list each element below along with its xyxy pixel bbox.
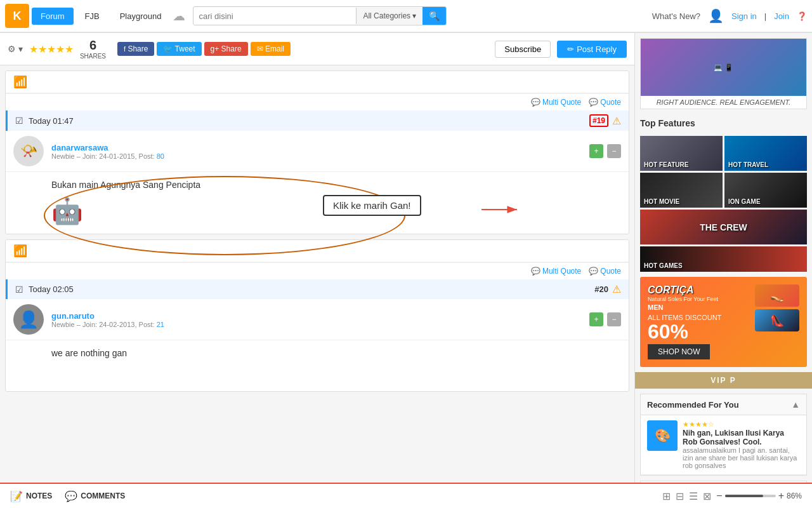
quote-btn-top[interactable]: 💬 Quote bbox=[589, 98, 621, 107]
post-20-green-btn[interactable]: + bbox=[589, 312, 603, 326]
post-20-number[interactable]: #20 bbox=[594, 284, 608, 294]
search-category-dropdown[interactable]: All Categories ▾ bbox=[356, 8, 422, 24]
nav-forum-btn[interactable]: Forum bbox=[32, 8, 74, 25]
post-20-check-icon: ☑ bbox=[15, 284, 23, 295]
grid-icon-3[interactable]: ☰ bbox=[689, 490, 698, 502]
shoe-img-2: 👠 bbox=[755, 309, 799, 331]
help-icon[interactable]: ❓ bbox=[797, 11, 807, 21]
user-icon: 👤 bbox=[708, 8, 724, 23]
ad-visual: 💻 📱 bbox=[641, 39, 806, 96]
notes-item[interactable]: 📝 NOTES bbox=[10, 490, 52, 502]
content-area: ⚙ ▾ ★★★★★ 6 SHARES f Share 🐦 Tweet g+ Sh… bbox=[0, 33, 634, 508]
sidebar: 💻 📱 RIGHT AUDIENCE. REAL ENGAGEMENT. Top… bbox=[634, 33, 812, 508]
post-19-post-count-link[interactable]: 80 bbox=[157, 152, 164, 160]
feature-crew[interactable]: THE CREW bbox=[640, 210, 807, 244]
grid-icon-1[interactable]: ⊞ bbox=[662, 490, 671, 502]
feature-ion-game[interactable]: ION GAME bbox=[724, 173, 807, 208]
feature-hot-label: HOT FEATURE bbox=[644, 161, 688, 168]
grid-icon-2[interactable]: ⊟ bbox=[676, 490, 684, 502]
feature-hotgames[interactable]: HOT GAMES bbox=[640, 246, 807, 272]
share-twitter-btn[interactable]: 🐦 Tweet bbox=[157, 42, 201, 56]
edit-icon: ✏ bbox=[567, 44, 574, 54]
feature-ion-game-label: ION GAME bbox=[728, 198, 761, 205]
post-check-icon: ☑ bbox=[15, 116, 23, 126]
search-bar: All Categories ▾ 🔍 bbox=[193, 6, 447, 25]
recommended-section: Recommended For You ▲ 🎨 ★★★★☆ Nih gan, L… bbox=[640, 394, 807, 476]
feature-travel[interactable]: HOT TRAVEL bbox=[724, 136, 807, 171]
post-20-gray-btn[interactable]: − bbox=[607, 312, 621, 326]
share-email-btn[interactable]: ✉ Email bbox=[251, 42, 291, 56]
gear-settings-btn[interactable]: ⚙ ▾ bbox=[8, 44, 23, 54]
shoe-category: MEN bbox=[648, 304, 721, 311]
vip-bar[interactable]: VIP P bbox=[635, 372, 812, 389]
notes-label: NOTES bbox=[26, 491, 52, 500]
post-20-content: we are nothing gan bbox=[6, 340, 629, 391]
post-19-number-badge[interactable]: #19 bbox=[589, 114, 608, 127]
wap-line-20: 📶 bbox=[6, 240, 629, 262]
search-submit-btn[interactable]: 🔍 bbox=[422, 7, 446, 25]
share-buttons: f Share 🐦 Tweet g+ Share ✉ Email bbox=[117, 42, 291, 56]
nav-right-area: What's New? 👤 Sign in | Join ❓ bbox=[652, 8, 807, 23]
top-features-title: Top Features bbox=[640, 114, 807, 132]
search-category-label: All Categories bbox=[363, 11, 410, 20]
bottom-bar: 📝 NOTES 💬 COMMENTS ⊞ ⊟ ☰ ⊠ − + 86% bbox=[0, 483, 812, 508]
action-bar: ⚙ ▾ ★★★★★ 6 SHARES f Share 🐦 Tweet g+ Sh… bbox=[0, 33, 634, 65]
wap-icon-20: 📶 bbox=[13, 244, 27, 258]
rec-header: Recommended For You ▲ bbox=[641, 394, 806, 415]
content-spacer bbox=[0, 397, 634, 435]
quote-actions-20-top: 💬 Multi Quote 💬 Quote bbox=[6, 262, 629, 279]
rec-item-1[interactable]: 🎨 ★★★★☆ Nih gan, Lukisan Ilusi Karya Rob… bbox=[641, 415, 806, 475]
post-20-username[interactable]: gun.naruto bbox=[51, 311, 164, 321]
share-facebook-btn[interactable]: f Share bbox=[117, 42, 154, 56]
quote-actions-top: 💬 Multi Quote 💬 Quote bbox=[6, 93, 629, 110]
rec-collapse-btn[interactable]: ▲ bbox=[791, 399, 800, 410]
search-input[interactable] bbox=[193, 8, 356, 25]
zoom-controls: − + 86% bbox=[716, 490, 802, 502]
zoom-slider[interactable] bbox=[725, 495, 776, 497]
top-navigation: K Forum FJB Playground ☁ All Categories … bbox=[0, 0, 812, 33]
post-19-action-icons: + − bbox=[589, 144, 621, 158]
feature-movie[interactable]: HOT MOVIE bbox=[640, 173, 723, 208]
share-googleplus-btn[interactable]: g+ Share bbox=[204, 42, 248, 56]
notes-icon: 📝 bbox=[10, 490, 23, 502]
multi-quote-btn-top[interactable]: 💬 Multi Quote bbox=[531, 98, 581, 107]
nav-fjb-btn[interactable]: FJB bbox=[76, 8, 108, 25]
post-20-user-meta: Newbie – Join: 24-02-2013, Post: 21 bbox=[51, 321, 164, 328]
subscribe-btn[interactable]: Subscribe bbox=[495, 41, 551, 58]
quote-btn-20[interactable]: 💬 Quote bbox=[589, 267, 621, 276]
sidebar-ad-top[interactable]: 💻 📱 RIGHT AUDIENCE. REAL ENGAGEMENT. bbox=[640, 38, 807, 109]
nav-playground-btn[interactable]: Playground bbox=[111, 8, 171, 25]
feature-movie-label: HOT MOVIE bbox=[644, 198, 679, 205]
shoe-img-1: 👡 bbox=[755, 284, 799, 307]
whats-new-link[interactable]: What's New? bbox=[652, 11, 700, 21]
post-19-username[interactable]: danarwarsawa bbox=[51, 143, 164, 152]
shoe-ad[interactable]: CORTIÇA Natural Soles For Your Feet MEN … bbox=[640, 277, 807, 367]
zoom-in-btn[interactable]: + bbox=[778, 490, 784, 502]
feature-hot[interactable]: HOT FEATURE bbox=[640, 136, 723, 171]
multi-quote-btn-20[interactable]: 💬 Multi Quote bbox=[531, 267, 581, 276]
feature-travel-label: HOT TRAVEL bbox=[728, 161, 768, 168]
post-20-user-details: gun.naruto Newbie – Join: 24-02-2013, Po… bbox=[51, 311, 164, 328]
post-reply-label: Post Reply bbox=[577, 44, 617, 54]
join-link[interactable]: Join bbox=[774, 11, 789, 21]
warn-icon-20: ⚠ bbox=[612, 283, 621, 295]
comments-label: COMMENTS bbox=[81, 491, 125, 500]
post-19-green-btn[interactable]: + bbox=[589, 144, 603, 158]
sign-in-link[interactable]: Sign in bbox=[731, 11, 757, 21]
post-19-time: Today 01:47 bbox=[29, 116, 74, 126]
rec-item-1-title: Nih gan, Lukisan Ilusi Karya Rob Gonsalv… bbox=[683, 429, 800, 446]
post-20-post-count-link[interactable]: 21 bbox=[157, 321, 164, 328]
post-reply-btn[interactable]: ✏ Post Reply bbox=[557, 41, 627, 58]
ad-tagline: RIGHT AUDIENCE. REAL ENGAGEMENT. bbox=[641, 96, 806, 109]
shoe-shop-btn[interactable]: SHOP NOW bbox=[648, 344, 710, 359]
features-grid: HOT FEATURE HOT TRAVEL HOT MOVIE ION GAM… bbox=[640, 136, 807, 272]
rec-item-1-excerpt: assalamualaikum I pagi an. santai, izin … bbox=[683, 446, 800, 469]
settings-icon[interactable]: ⊠ bbox=[703, 490, 711, 502]
post-19-user-info: 📯 danarwarsawa Newbie – Join: 24-01-2015… bbox=[6, 131, 629, 172]
zoom-out-btn[interactable]: − bbox=[716, 490, 722, 502]
post-19-gray-btn[interactable]: − bbox=[607, 144, 621, 158]
comments-item[interactable]: 💬 COMMENTS bbox=[65, 490, 125, 502]
shoe-ad-text: CORTIÇA Natural Soles For Your Feet MEN … bbox=[648, 284, 721, 359]
cloud-icon[interactable]: ☁ bbox=[173, 8, 185, 23]
site-logo[interactable]: K bbox=[5, 4, 29, 28]
